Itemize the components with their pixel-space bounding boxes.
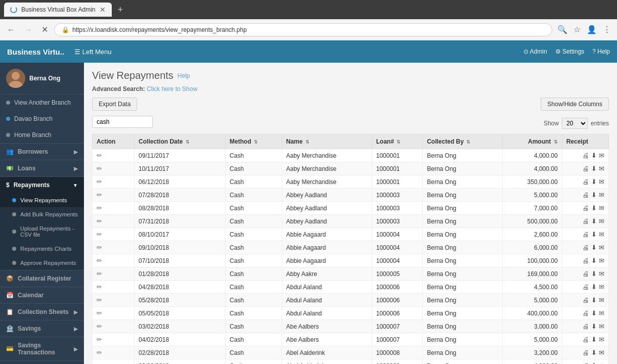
col-receipt[interactable]: Receipt [562, 134, 608, 149]
settings-link[interactable]: ⚙ Settings [555, 48, 585, 55]
edit-icon[interactable]: ✏ [97, 257, 102, 264]
export-data-button[interactable]: Export Data [92, 98, 137, 111]
col-action[interactable]: Action [93, 134, 135, 149]
bookmark-icon[interactable]: ☆ [571, 23, 583, 36]
sidebar-item-approve-repayments[interactable]: Approve Repayments [0, 256, 84, 270]
print-icon[interactable]: 🖨 [583, 231, 589, 238]
edit-icon[interactable]: ✏ [97, 178, 102, 186]
email-icon[interactable]: ✉ [599, 165, 604, 172]
entries-select[interactable]: 10 20 50 100 [562, 118, 588, 129]
download-icon[interactable]: ⬇ [591, 323, 597, 330]
reload-button[interactable]: ✕ [38, 23, 51, 36]
admin-link[interactable]: ⊙ Admin [523, 48, 547, 55]
print-icon[interactable]: 🖨 [583, 152, 589, 159]
print-icon[interactable]: 🖨 [583, 309, 589, 317]
sidebar-item-loans[interactable]: 💵 Loans ▶ [0, 160, 84, 176]
left-menu-button[interactable]: ☰ Left Menu [69, 45, 116, 59]
new-tab-button[interactable]: + [115, 4, 126, 16]
download-icon[interactable]: ⬇ [591, 296, 597, 304]
print-icon[interactable]: 🖨 [583, 165, 589, 172]
help-link-nav[interactable]: ? Help [592, 48, 610, 55]
print-icon[interactable]: 🖨 [583, 257, 589, 264]
col-collected-by[interactable]: Collected By ⇅ [423, 134, 503, 149]
download-icon[interactable]: ⬇ [591, 362, 597, 364]
email-icon[interactable]: ✉ [599, 231, 604, 238]
edit-icon[interactable]: ✏ [97, 296, 102, 304]
forward-button[interactable]: → [21, 23, 35, 36]
edit-icon[interactable]: ✏ [97, 217, 102, 225]
download-icon[interactable]: ⬇ [591, 336, 597, 343]
sidebar-item-savings[interactable]: 🏦 Savings ▶ [0, 321, 84, 337]
print-icon[interactable]: 🖨 [583, 244, 589, 251]
email-icon[interactable]: ✉ [599, 270, 604, 278]
sidebar-item-collateral-register[interactable]: 📦 Collateral Register [0, 270, 84, 287]
print-icon[interactable]: 🖨 [583, 296, 589, 304]
print-icon[interactable]: 🖨 [583, 323, 589, 330]
address-input[interactable] [72, 26, 545, 33]
email-icon[interactable]: ✉ [599, 323, 604, 330]
sidebar-item-view-another-branch[interactable]: View Another Branch [0, 95, 84, 111]
print-icon[interactable]: 🖨 [583, 349, 589, 356]
download-icon[interactable]: ⬇ [591, 270, 597, 278]
edit-icon[interactable]: ✏ [97, 283, 102, 291]
col-loan[interactable]: Loan# ⇅ [372, 134, 422, 149]
email-icon[interactable]: ✉ [599, 178, 604, 186]
email-icon[interactable]: ✉ [599, 244, 604, 251]
edit-icon[interactable]: ✏ [97, 323, 102, 330]
edit-icon[interactable]: ✏ [97, 165, 102, 172]
col-amount[interactable]: Amount ⇅ [502, 134, 562, 149]
download-icon[interactable]: ⬇ [591, 231, 597, 238]
sidebar-item-add-bulk-repayments[interactable]: Add Bulk Repayments [0, 207, 84, 221]
print-icon[interactable]: 🖨 [583, 204, 589, 212]
download-icon[interactable]: ⬇ [591, 244, 597, 251]
email-icon[interactable]: ✉ [599, 191, 604, 199]
edit-icon[interactable]: ✏ [97, 244, 102, 251]
print-icon[interactable]: 🖨 [583, 217, 589, 225]
more-icon[interactable]: ⋮ [601, 23, 613, 36]
download-icon[interactable]: ⬇ [591, 349, 597, 356]
print-icon[interactable]: 🖨 [583, 362, 589, 364]
print-icon[interactable]: 🖨 [583, 178, 589, 186]
sidebar-item-collection-sheets[interactable]: 📋 Collection Sheets ▶ [0, 304, 84, 320]
edit-icon[interactable]: ✏ [97, 349, 102, 356]
search-icon[interactable]: 🔍 [555, 23, 569, 36]
email-icon[interactable]: ✉ [599, 257, 604, 264]
download-icon[interactable]: ⬇ [591, 165, 597, 172]
browser-tab[interactable]: Business Virtual Box Admin ✕ [4, 3, 112, 17]
download-icon[interactable]: ⬇ [591, 152, 597, 159]
sidebar-item-borrowers[interactable]: 👥 Borrowers ▶ [0, 144, 84, 160]
profile-icon[interactable]: 👤 [585, 23, 599, 36]
print-icon[interactable]: 🖨 [583, 283, 589, 291]
col-name[interactable]: Name ⇅ [282, 134, 372, 149]
print-icon[interactable]: 🖨 [583, 270, 589, 278]
download-icon[interactable]: ⬇ [591, 178, 597, 186]
download-icon[interactable]: ⬇ [591, 283, 597, 291]
show-hide-columns-button[interactable]: Show/Hide Columns [541, 98, 609, 111]
edit-icon[interactable]: ✏ [97, 336, 102, 343]
download-icon[interactable]: ⬇ [591, 309, 597, 317]
print-icon[interactable]: 🖨 [583, 336, 589, 343]
search-input[interactable] [92, 116, 153, 128]
email-icon[interactable]: ✉ [599, 336, 604, 343]
download-icon[interactable]: ⬇ [591, 204, 597, 212]
help-link[interactable]: Help [178, 72, 190, 79]
sidebar-item-repayments-charts[interactable]: Repayments Charts [0, 242, 84, 256]
edit-icon[interactable]: ✏ [97, 191, 102, 199]
edit-icon[interactable]: ✏ [97, 231, 102, 238]
sidebar-item-savings-transactions[interactable]: 💳 Savings Transactions ▶ [0, 337, 84, 360]
sidebar-item-davao-branch[interactable]: Davao Branch [0, 111, 84, 127]
advanced-search-link[interactable]: Click here to Show [147, 85, 197, 93]
email-icon[interactable]: ✉ [599, 349, 604, 356]
edit-icon[interactable]: ✏ [97, 362, 102, 364]
sidebar-item-view-repayments[interactable]: View Repayments [0, 193, 84, 207]
email-icon[interactable]: ✉ [599, 362, 604, 364]
sidebar-item-repayments[interactable]: $ Repayments ▼ [0, 177, 84, 193]
email-icon[interactable]: ✉ [599, 283, 604, 291]
download-icon[interactable]: ⬇ [591, 217, 597, 225]
download-icon[interactable]: ⬇ [591, 257, 597, 264]
print-icon[interactable]: 🖨 [583, 191, 589, 199]
email-icon[interactable]: ✉ [599, 217, 604, 225]
email-icon[interactable]: ✉ [599, 309, 604, 317]
edit-icon[interactable]: ✏ [97, 204, 102, 212]
back-button[interactable]: ← [4, 23, 18, 36]
